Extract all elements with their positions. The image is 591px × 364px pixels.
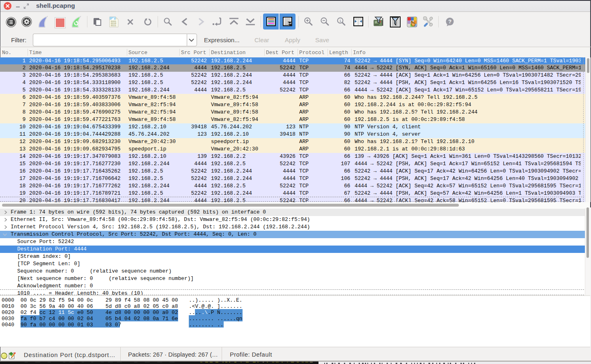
svg-text:?: ?	[448, 18, 451, 25]
svg-text:0111: 0111	[111, 24, 117, 27]
svg-text:1: 1	[339, 18, 341, 23]
